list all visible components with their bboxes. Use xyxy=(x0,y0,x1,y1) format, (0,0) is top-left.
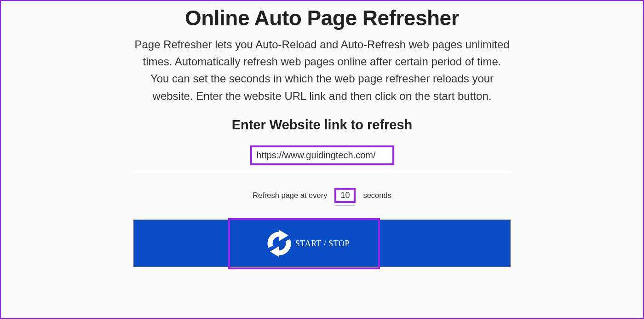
page-description: Page Refresher lets you Auto-Reload and … xyxy=(133,36,511,104)
url-section xyxy=(133,145,511,171)
interval-prefix-label: Refresh page at every xyxy=(253,191,327,200)
start-stop-button[interactable]: START / STOP xyxy=(133,220,511,267)
start-stop-highlight: START / STOP xyxy=(228,218,380,269)
seconds-input-highlight xyxy=(334,188,356,203)
page-title: Online Auto Page Refresher xyxy=(133,6,511,30)
start-stop-label: START / STOP xyxy=(295,239,350,249)
interval-row: Refresh page at every seconds xyxy=(133,188,511,203)
main-container: Online Auto Page Refresher Page Refreshe… xyxy=(133,1,511,267)
interval-suffix-label: seconds xyxy=(363,191,391,200)
seconds-underline xyxy=(335,205,355,206)
refresh-icon xyxy=(259,225,300,262)
url-input-highlight xyxy=(250,145,394,165)
seconds-input[interactable] xyxy=(339,191,351,200)
url-input[interactable] xyxy=(257,150,388,161)
form-subtitle: Enter Website link to refresh xyxy=(133,117,511,133)
